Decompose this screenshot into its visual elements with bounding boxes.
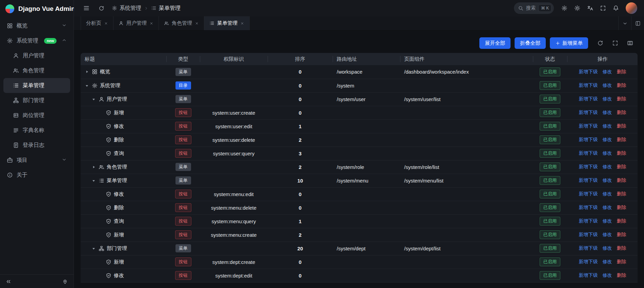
action-delete[interactable]: 删除 <box>617 96 626 102</box>
action-add-child[interactable]: 新增下级 <box>579 123 598 129</box>
action-delete[interactable]: 删除 <box>617 177 626 184</box>
bell-icon[interactable] <box>610 2 622 14</box>
sidebar-item-departments[interactable]: 部门管理 <box>3 93 70 108</box>
sidebar-item-label: 概览 <box>17 22 27 30</box>
action-edit[interactable]: 修改 <box>603 232 612 238</box>
action-add-child[interactable]: 新增下级 <box>579 177 598 184</box>
pin-icon[interactable] <box>60 276 70 287</box>
close-icon[interactable] <box>149 21 153 25</box>
action-edit[interactable]: 修改 <box>603 191 612 197</box>
action-delete[interactable]: 删除 <box>617 191 626 197</box>
sidebar-item-positions[interactable]: 岗位管理 <box>3 108 70 123</box>
action-delete[interactable]: 删除 <box>617 69 626 75</box>
breadcrumb-item-menu[interactable]: 菜单管理 <box>151 5 181 12</box>
row-title: 修改 <box>114 123 124 130</box>
caret-right-icon[interactable] <box>85 70 89 74</box>
refresh-icon[interactable] <box>595 38 606 49</box>
avatar[interactable] <box>626 2 637 14</box>
action-add-child[interactable]: 新增下级 <box>579 110 598 116</box>
expand-all-button[interactable]: 展开全部 <box>479 37 511 49</box>
sidebar-item-project[interactable]: 项目 <box>3 153 70 168</box>
action-delete[interactable]: 删除 <box>617 272 626 279</box>
caret-down-icon[interactable] <box>85 83 89 88</box>
action-add-child[interactable]: 新增下级 <box>579 272 598 279</box>
action-edit[interactable]: 修改 <box>603 96 612 102</box>
translate-icon[interactable] <box>584 2 596 14</box>
action-add-child[interactable]: 新增下级 <box>579 191 598 197</box>
hamburger-icon[interactable] <box>81 2 92 14</box>
action-edit[interactable]: 修改 <box>603 205 612 211</box>
action-delete[interactable]: 删除 <box>617 123 626 129</box>
table-row: 修改按钮system:dept:edit0已启用新增下级修改删除 <box>81 269 638 282</box>
close-icon[interactable] <box>240 21 244 25</box>
action-edit[interactable]: 修改 <box>603 123 612 129</box>
action-edit[interactable]: 修改 <box>603 150 612 156</box>
fullscreen-icon[interactable] <box>610 38 621 49</box>
action-add-child[interactable]: 新增下级 <box>579 69 598 75</box>
collapse-sidebar-icon[interactable] <box>3 276 14 287</box>
caret-right-icon[interactable] <box>91 165 96 169</box>
sidebar-item-login-log[interactable]: 登录日志 <box>3 138 70 153</box>
tab-roles[interactable]: 角色管理 <box>159 16 204 30</box>
caret-down-icon[interactable] <box>91 178 96 183</box>
action-add-child[interactable]: 新增下级 <box>579 245 598 251</box>
search-input[interactable]: 搜索 ⌘ K <box>514 2 554 14</box>
close-icon[interactable] <box>104 21 108 25</box>
action-add-child[interactable]: 新增下级 <box>579 232 598 238</box>
action-add-child[interactable]: 新增下级 <box>579 259 598 265</box>
action-edit[interactable]: 修改 <box>603 164 612 170</box>
layout-icon[interactable] <box>631 16 644 30</box>
sidebar-item-about[interactable]: 关于 <box>3 168 70 183</box>
action-delete[interactable]: 删除 <box>617 82 626 89</box>
action-edit[interactable]: 修改 <box>603 110 612 116</box>
tab-analytics[interactable]: 分析页 <box>81 16 113 30</box>
action-delete[interactable]: 删除 <box>617 164 626 170</box>
fullscreen-icon[interactable] <box>597 2 609 14</box>
action-edit[interactable]: 修改 <box>603 245 612 251</box>
action-delete[interactable]: 删除 <box>617 205 626 211</box>
chevron-down-icon[interactable] <box>618 16 631 30</box>
columns-icon[interactable] <box>625 38 636 49</box>
tab-menus[interactable]: 菜单管理 <box>204 16 250 30</box>
sun-icon[interactable] <box>572 2 583 14</box>
action-edit[interactable]: 修改 <box>603 259 612 265</box>
action-add-child[interactable]: 新增下级 <box>579 150 598 156</box>
action-add-child[interactable]: 新增下级 <box>579 137 598 143</box>
caret-down-icon[interactable] <box>91 97 96 101</box>
refresh-icon[interactable] <box>96 2 107 14</box>
action-add-child[interactable]: 新增下级 <box>579 164 598 170</box>
action-add-child[interactable]: 新增下级 <box>579 96 598 102</box>
breadcrumb-item-system[interactable]: 系统管理 <box>112 5 141 12</box>
collapse-all-button[interactable]: 折叠全部 <box>515 37 546 49</box>
caret-down-icon[interactable] <box>91 246 96 251</box>
action-edit[interactable]: 修改 <box>603 137 612 143</box>
action-edit[interactable]: 修改 <box>603 218 612 224</box>
gear-icon[interactable] <box>559 2 570 14</box>
sidebar-item-roles[interactable]: 角色管理 <box>3 63 70 78</box>
action-delete[interactable]: 删除 <box>617 259 626 265</box>
action-delete[interactable]: 删除 <box>617 137 626 143</box>
sidebar-item-users[interactable]: 用户管理 <box>3 48 70 63</box>
action-delete[interactable]: 删除 <box>617 150 626 156</box>
action-edit[interactable]: 修改 <box>603 272 612 279</box>
close-icon[interactable] <box>195 21 199 25</box>
action-edit[interactable]: 修改 <box>603 82 612 89</box>
action-delete[interactable]: 删除 <box>617 218 626 224</box>
breadcrumb-label: 系统管理 <box>120 5 141 12</box>
action-add-child[interactable]: 新增下级 <box>579 205 598 211</box>
sidebar-item-overview[interactable]: 概览 <box>3 18 70 33</box>
sidebar-item-dictionary[interactable]: 字典名称 <box>3 123 70 138</box>
sidebar-item-menus[interactable]: 菜单管理 <box>3 78 70 93</box>
sidebar-item-system[interactable]: 系统管理new <box>3 33 70 48</box>
action-delete[interactable]: 删除 <box>617 245 626 251</box>
action-edit[interactable]: 修改 <box>603 177 612 184</box>
action-delete[interactable]: 删除 <box>617 232 626 238</box>
action-edit[interactable]: 修改 <box>603 69 612 75</box>
add-menu-button[interactable]: 新增菜单 <box>550 37 588 49</box>
app-logo[interactable]: Djagno Vue Admin <box>0 0 74 18</box>
page-component: /system/menu/list <box>404 178 443 184</box>
action-delete[interactable]: 删除 <box>617 110 626 116</box>
action-add-child[interactable]: 新增下级 <box>579 82 598 89</box>
action-add-child[interactable]: 新增下级 <box>579 218 598 224</box>
tab-users[interactable]: 用户管理 <box>113 16 159 30</box>
